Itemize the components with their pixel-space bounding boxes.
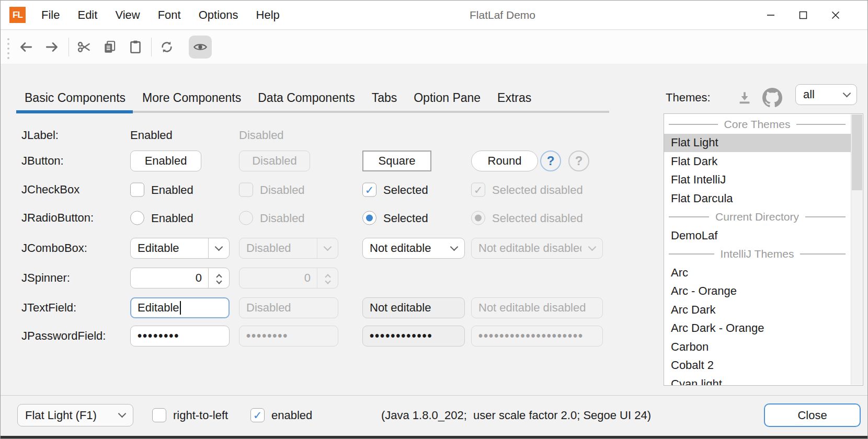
theme-item[interactable]: Cobalt 2	[664, 356, 851, 375]
theme-item[interactable]: Arc Dark	[664, 301, 851, 319]
refresh-button[interactable]	[155, 36, 178, 59]
theme-item[interactable]: Carbon	[664, 338, 851, 356]
menu-edit[interactable]: Edit	[77, 8, 97, 22]
theme-item-selected[interactable]: Flat Light	[664, 134, 851, 153]
jbutton-enabled[interactable]: Enabled	[130, 151, 201, 171]
jbutton-round[interactable]: Round	[471, 151, 538, 171]
checkbox-selected-label: Selected	[383, 183, 428, 197]
combobox-editable-value[interactable]: Editable	[131, 241, 208, 255]
tab-basic-components[interactable]: Basic Components	[16, 87, 134, 108]
checkbox-enabled-label: Enabled	[151, 183, 193, 197]
jbutton-square[interactable]: Square	[362, 151, 431, 171]
statusbar-separator	[1, 395, 867, 396]
chevron-down-icon[interactable]	[208, 238, 229, 258]
tab-option-pane[interactable]: Option Pane	[405, 87, 489, 108]
menu-help[interactable]: Help	[256, 8, 280, 22]
menu-view[interactable]: View	[115, 8, 140, 22]
jcheckbox-row-label: JCheckBox	[21, 183, 79, 197]
close-button[interactable]: Close	[764, 403, 861, 427]
jtextfield-row: JTextField: Editable Disabled Not editab…	[1, 295, 606, 320]
textfield-editable[interactable]: Editable	[130, 297, 230, 318]
right-to-left-checkbox[interactable]	[152, 408, 166, 422]
combobox-disabled-value: Disabled	[239, 241, 317, 255]
themes-filter-value[interactable]: all	[796, 88, 837, 101]
spinner-enabled[interactable]: 0	[130, 268, 230, 288]
radio-disabled-label: Disabled	[260, 211, 305, 225]
minimize-button[interactable]	[755, 1, 787, 30]
menu-file[interactable]: File	[41, 8, 60, 22]
themes-scrollbar[interactable]	[851, 114, 862, 385]
passwordfield-not-editable[interactable]: ••••••••••••	[362, 326, 465, 346]
combobox-not-editable[interactable]: Not editable	[362, 238, 465, 259]
help-button[interactable]: ?	[540, 151, 561, 171]
textfield-not-editable[interactable]: Not editable	[362, 297, 465, 318]
right-to-left-option: right-to-left	[152, 408, 228, 422]
theme-item[interactable]: Cyan light	[664, 375, 851, 386]
cut-button[interactable]	[73, 36, 96, 59]
tab-tabs[interactable]: Tabs	[363, 87, 406, 108]
enabled-checkbox[interactable]	[250, 408, 265, 422]
tab-data-components[interactable]: Data Components	[249, 87, 363, 108]
download-themes-button[interactable]	[735, 88, 754, 107]
menu-options[interactable]: Options	[199, 8, 238, 22]
jspinner-row: JSpinner: 0 0	[1, 265, 606, 291]
combobox-not-editable-disabled-value: Not editable disabled	[472, 241, 581, 255]
passwordfield-disabled: ••••••••	[239, 326, 338, 346]
spinner-value[interactable]: 0	[131, 271, 208, 285]
paste-button[interactable]	[124, 36, 147, 59]
window-title: FlatLaf Demo	[461, 1, 544, 30]
spinner-buttons[interactable]	[208, 268, 229, 288]
maximize-button[interactable]	[787, 1, 819, 30]
radio-enabled[interactable]	[130, 211, 144, 225]
theme-item[interactable]: Arc - Orange	[664, 282, 851, 301]
jcombobox-row-label: JComboBox:	[21, 241, 87, 255]
tab-extras[interactable]: Extras	[489, 87, 540, 108]
radio-selected[interactable]	[362, 211, 376, 225]
forward-arrow-icon	[44, 39, 60, 55]
chevron-down-icon[interactable]	[443, 238, 464, 258]
theme-item[interactable]: DemoLaf	[664, 226, 851, 245]
combobox-not-editable-value[interactable]: Not editable	[363, 241, 443, 255]
show-hidden-toggle-button[interactable]	[189, 36, 212, 59]
textfield-disabled: Disabled	[239, 297, 338, 318]
chevron-down-icon[interactable]	[111, 414, 133, 417]
theme-item[interactable]: Flat Dark	[664, 152, 851, 171]
theme-item[interactable]: Flat Darcula	[664, 189, 851, 208]
jcombobox-row: JComboBox: Editable Disabled Not editabl…	[1, 236, 606, 261]
lookandfeel-value[interactable]: Flat Light (F1)	[18, 409, 111, 422]
back-button[interactable]	[14, 36, 37, 59]
maximize-icon	[797, 9, 809, 21]
close-icon	[830, 9, 841, 21]
jradiobutton-row: JRadioButton: Enabled Disabled Selected …	[1, 205, 606, 230]
radio-selected-disabled-label: Selected disabled	[492, 211, 583, 225]
chevron-down-icon[interactable]	[216, 278, 222, 284]
textfield-editable-value[interactable]: Editable	[138, 301, 179, 315]
lookandfeel-combobox[interactable]: Flat Light (F1)	[17, 404, 133, 426]
toolbar-grip[interactable]	[7, 38, 9, 59]
theme-item[interactable]: Arc Dark - Orange	[664, 319, 851, 338]
checkbox-selected[interactable]	[362, 183, 376, 197]
themes-filter-combobox[interactable]: all	[795, 84, 857, 105]
theme-item[interactable]: Flat IntelliJ	[664, 171, 851, 190]
window-controls	[755, 1, 852, 30]
scrollbar-thumb[interactable]	[852, 114, 862, 190]
jradiobutton-row-label: JRadioButton:	[21, 211, 94, 225]
window-bottom-edge	[1, 436, 867, 439]
forward-button[interactable]	[41, 36, 64, 59]
github-link-button[interactable]	[762, 87, 783, 108]
passwordfield-enabled[interactable]: ••••••••	[130, 326, 230, 346]
combobox-editable[interactable]: Editable	[130, 238, 230, 259]
menu-font[interactable]: Font	[158, 8, 181, 22]
theme-group-separator: Current Directory	[664, 208, 851, 227]
github-icon	[762, 88, 782, 108]
tab-bar: Basic Components More Components Data Co…	[16, 87, 540, 108]
theme-item[interactable]: Arc	[664, 263, 851, 282]
themes-label: Themes:	[666, 87, 711, 108]
radio-disabled	[239, 211, 253, 225]
close-window-button[interactable]	[819, 1, 852, 30]
copy-button[interactable]	[98, 36, 121, 59]
checkbox-enabled[interactable]	[130, 183, 144, 197]
tab-more-components[interactable]: More Components	[134, 87, 249, 108]
chevron-down-icon[interactable]	[837, 94, 856, 96]
textfield-not-editable-value: Not editable	[370, 301, 431, 315]
